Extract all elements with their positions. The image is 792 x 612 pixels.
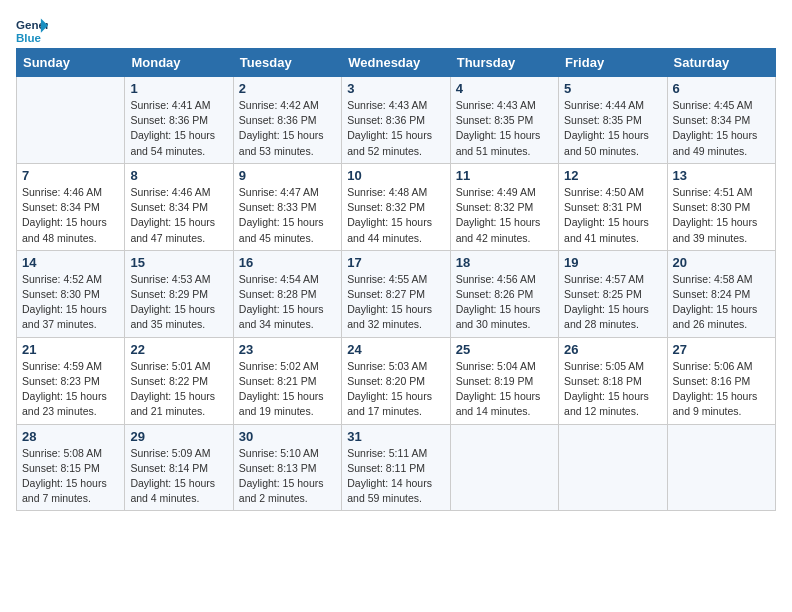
day-info: Sunrise: 4:58 AMSunset: 8:24 PMDaylight:… — [673, 272, 770, 333]
day-info: Sunrise: 5:11 AMSunset: 8:11 PMDaylight:… — [347, 446, 444, 507]
day-number: 2 — [239, 81, 336, 96]
day-info: Sunrise: 4:56 AMSunset: 8:26 PMDaylight:… — [456, 272, 553, 333]
calendar-week-4: 21Sunrise: 4:59 AMSunset: 8:23 PMDayligh… — [17, 337, 776, 424]
calendar-cell: 2Sunrise: 4:42 AMSunset: 8:36 PMDaylight… — [233, 77, 341, 164]
day-info: Sunrise: 4:46 AMSunset: 8:34 PMDaylight:… — [130, 185, 227, 246]
day-info: Sunrise: 4:52 AMSunset: 8:30 PMDaylight:… — [22, 272, 119, 333]
calendar-cell: 21Sunrise: 4:59 AMSunset: 8:23 PMDayligh… — [17, 337, 125, 424]
day-info: Sunrise: 4:49 AMSunset: 8:32 PMDaylight:… — [456, 185, 553, 246]
day-number: 12 — [564, 168, 661, 183]
day-number: 11 — [456, 168, 553, 183]
weekday-header-wednesday: Wednesday — [342, 49, 450, 77]
weekday-header-thursday: Thursday — [450, 49, 558, 77]
day-info: Sunrise: 4:51 AMSunset: 8:30 PMDaylight:… — [673, 185, 770, 246]
weekday-header-monday: Monday — [125, 49, 233, 77]
calendar-cell: 6Sunrise: 4:45 AMSunset: 8:34 PMDaylight… — [667, 77, 775, 164]
day-number: 7 — [22, 168, 119, 183]
calendar-cell: 30Sunrise: 5:10 AMSunset: 8:13 PMDayligh… — [233, 424, 341, 511]
calendar-cell: 13Sunrise: 4:51 AMSunset: 8:30 PMDayligh… — [667, 163, 775, 250]
logo: General Blue — [16, 16, 48, 44]
day-info: Sunrise: 4:53 AMSunset: 8:29 PMDaylight:… — [130, 272, 227, 333]
calendar-cell: 17Sunrise: 4:55 AMSunset: 8:27 PMDayligh… — [342, 250, 450, 337]
calendar-week-2: 7Sunrise: 4:46 AMSunset: 8:34 PMDaylight… — [17, 163, 776, 250]
day-info: Sunrise: 5:05 AMSunset: 8:18 PMDaylight:… — [564, 359, 661, 420]
calendar-cell: 31Sunrise: 5:11 AMSunset: 8:11 PMDayligh… — [342, 424, 450, 511]
calendar-week-5: 28Sunrise: 5:08 AMSunset: 8:15 PMDayligh… — [17, 424, 776, 511]
day-info: Sunrise: 5:03 AMSunset: 8:20 PMDaylight:… — [347, 359, 444, 420]
day-number: 24 — [347, 342, 444, 357]
day-number: 10 — [347, 168, 444, 183]
day-info: Sunrise: 5:01 AMSunset: 8:22 PMDaylight:… — [130, 359, 227, 420]
day-info: Sunrise: 4:43 AMSunset: 8:36 PMDaylight:… — [347, 98, 444, 159]
day-number: 16 — [239, 255, 336, 270]
calendar-cell: 12Sunrise: 4:50 AMSunset: 8:31 PMDayligh… — [559, 163, 667, 250]
calendar-cell: 22Sunrise: 5:01 AMSunset: 8:22 PMDayligh… — [125, 337, 233, 424]
weekday-header-sunday: Sunday — [17, 49, 125, 77]
calendar-cell — [559, 424, 667, 511]
calendar-cell: 3Sunrise: 4:43 AMSunset: 8:36 PMDaylight… — [342, 77, 450, 164]
calendar-cell — [667, 424, 775, 511]
calendar-cell: 14Sunrise: 4:52 AMSunset: 8:30 PMDayligh… — [17, 250, 125, 337]
calendar-cell — [450, 424, 558, 511]
day-info: Sunrise: 5:09 AMSunset: 8:14 PMDaylight:… — [130, 446, 227, 507]
day-number: 27 — [673, 342, 770, 357]
day-number: 3 — [347, 81, 444, 96]
day-number: 8 — [130, 168, 227, 183]
calendar-cell: 9Sunrise: 4:47 AMSunset: 8:33 PMDaylight… — [233, 163, 341, 250]
day-number: 21 — [22, 342, 119, 357]
day-number: 17 — [347, 255, 444, 270]
day-number: 5 — [564, 81, 661, 96]
day-number: 4 — [456, 81, 553, 96]
calendar-cell: 24Sunrise: 5:03 AMSunset: 8:20 PMDayligh… — [342, 337, 450, 424]
day-info: Sunrise: 4:55 AMSunset: 8:27 PMDaylight:… — [347, 272, 444, 333]
calendar-cell: 19Sunrise: 4:57 AMSunset: 8:25 PMDayligh… — [559, 250, 667, 337]
day-info: Sunrise: 4:47 AMSunset: 8:33 PMDaylight:… — [239, 185, 336, 246]
day-number: 18 — [456, 255, 553, 270]
calendar-cell: 29Sunrise: 5:09 AMSunset: 8:14 PMDayligh… — [125, 424, 233, 511]
day-info: Sunrise: 4:57 AMSunset: 8:25 PMDaylight:… — [564, 272, 661, 333]
calendar-cell: 25Sunrise: 5:04 AMSunset: 8:19 PMDayligh… — [450, 337, 558, 424]
day-info: Sunrise: 5:04 AMSunset: 8:19 PMDaylight:… — [456, 359, 553, 420]
day-info: Sunrise: 5:08 AMSunset: 8:15 PMDaylight:… — [22, 446, 119, 507]
calendar-cell: 11Sunrise: 4:49 AMSunset: 8:32 PMDayligh… — [450, 163, 558, 250]
day-number: 9 — [239, 168, 336, 183]
calendar-cell: 10Sunrise: 4:48 AMSunset: 8:32 PMDayligh… — [342, 163, 450, 250]
calendar-cell: 7Sunrise: 4:46 AMSunset: 8:34 PMDaylight… — [17, 163, 125, 250]
svg-text:Blue: Blue — [16, 32, 42, 44]
weekday-header-tuesday: Tuesday — [233, 49, 341, 77]
calendar-cell: 26Sunrise: 5:05 AMSunset: 8:18 PMDayligh… — [559, 337, 667, 424]
day-info: Sunrise: 4:50 AMSunset: 8:31 PMDaylight:… — [564, 185, 661, 246]
day-info: Sunrise: 4:41 AMSunset: 8:36 PMDaylight:… — [130, 98, 227, 159]
day-number: 25 — [456, 342, 553, 357]
calendar-cell: 23Sunrise: 5:02 AMSunset: 8:21 PMDayligh… — [233, 337, 341, 424]
day-info: Sunrise: 5:10 AMSunset: 8:13 PMDaylight:… — [239, 446, 336, 507]
day-number: 19 — [564, 255, 661, 270]
day-number: 13 — [673, 168, 770, 183]
calendar-cell: 27Sunrise: 5:06 AMSunset: 8:16 PMDayligh… — [667, 337, 775, 424]
calendar-cell: 15Sunrise: 4:53 AMSunset: 8:29 PMDayligh… — [125, 250, 233, 337]
calendar-table: SundayMondayTuesdayWednesdayThursdayFrid… — [16, 48, 776, 511]
day-number: 6 — [673, 81, 770, 96]
day-number: 29 — [130, 429, 227, 444]
page-header: General Blue — [16, 16, 776, 44]
calendar-cell: 28Sunrise: 5:08 AMSunset: 8:15 PMDayligh… — [17, 424, 125, 511]
calendar-cell: 20Sunrise: 4:58 AMSunset: 8:24 PMDayligh… — [667, 250, 775, 337]
day-number: 1 — [130, 81, 227, 96]
weekday-header-row: SundayMondayTuesdayWednesdayThursdayFrid… — [17, 49, 776, 77]
calendar-cell: 5Sunrise: 4:44 AMSunset: 8:35 PMDaylight… — [559, 77, 667, 164]
weekday-header-friday: Friday — [559, 49, 667, 77]
day-info: Sunrise: 4:42 AMSunset: 8:36 PMDaylight:… — [239, 98, 336, 159]
calendar-week-3: 14Sunrise: 4:52 AMSunset: 8:30 PMDayligh… — [17, 250, 776, 337]
day-number: 20 — [673, 255, 770, 270]
day-number: 23 — [239, 342, 336, 357]
day-info: Sunrise: 4:48 AMSunset: 8:32 PMDaylight:… — [347, 185, 444, 246]
weekday-header-saturday: Saturday — [667, 49, 775, 77]
day-info: Sunrise: 4:43 AMSunset: 8:35 PMDaylight:… — [456, 98, 553, 159]
day-info: Sunrise: 5:06 AMSunset: 8:16 PMDaylight:… — [673, 359, 770, 420]
calendar-cell: 1Sunrise: 4:41 AMSunset: 8:36 PMDaylight… — [125, 77, 233, 164]
day-number: 14 — [22, 255, 119, 270]
calendar-cell: 18Sunrise: 4:56 AMSunset: 8:26 PMDayligh… — [450, 250, 558, 337]
day-number: 28 — [22, 429, 119, 444]
day-info: Sunrise: 4:44 AMSunset: 8:35 PMDaylight:… — [564, 98, 661, 159]
calendar-cell: 4Sunrise: 4:43 AMSunset: 8:35 PMDaylight… — [450, 77, 558, 164]
